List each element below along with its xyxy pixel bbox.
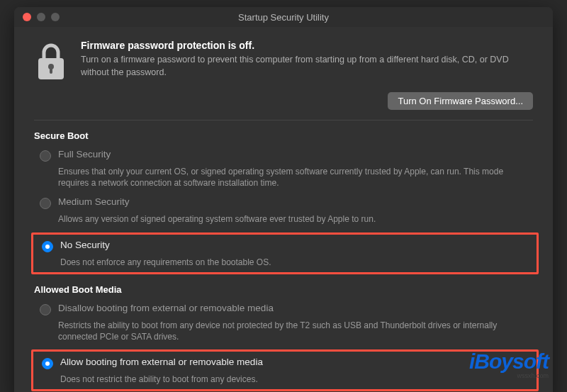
watermark-brand: iBoysoft	[469, 349, 549, 374]
radio-disallow-external[interactable]: Disallow booting from external or remova…	[34, 301, 533, 320]
highlight-no-security: No Security Does not enforce any require…	[31, 233, 539, 274]
minimize-icon	[37, 13, 45, 21]
radio-allow-external[interactable]: Allow booting from external or removable…	[36, 354, 531, 374]
firmware-section: Firmware password protection is off. Tur…	[34, 40, 533, 92]
boot-media-title: Allowed Boot Media	[34, 284, 533, 295]
radio-icon	[42, 241, 53, 252]
window-title: Startup Security Utility	[21, 12, 546, 23]
window-controls	[23, 13, 60, 21]
svg-rect-2	[50, 68, 52, 74]
radio-desc: Does not enforce any requirements on the…	[36, 257, 531, 269]
radio-full-security[interactable]: Full Security	[34, 147, 533, 166]
radio-desc: Allows any version of signed operating s…	[34, 213, 533, 230]
radio-desc: Ensures that only your current OS, or si…	[34, 166, 533, 194]
radio-label: Allow booting from external or removable…	[60, 357, 263, 367]
lock-icon	[34, 41, 68, 82]
turn-on-firmware-button[interactable]: Turn On Firmware Password...	[388, 92, 533, 110]
radio-desc: Does not restrict the ability to boot fr…	[36, 374, 531, 386]
radio-no-security[interactable]: No Security	[36, 237, 531, 257]
close-icon[interactable]	[23, 13, 31, 21]
watermark: iBoysoft wssxh.com	[469, 349, 549, 379]
radio-icon	[40, 198, 51, 209]
radio-icon	[42, 358, 53, 369]
titlebar: Startup Security Utility	[14, 7, 553, 27]
radio-label: Medium Security	[58, 196, 130, 207]
radio-medium-security[interactable]: Medium Security	[34, 194, 533, 213]
radio-icon	[40, 150, 51, 162]
secure-boot-title: Secure Boot	[34, 130, 533, 141]
radio-label: No Security	[60, 240, 110, 250]
maximize-icon	[51, 13, 60, 21]
radio-label: Full Security	[58, 149, 111, 159]
firmware-desc: Turn on a firmware password to prevent t…	[81, 54, 533, 79]
radio-icon	[40, 304, 51, 315]
highlight-allow-external: Allow booting from external or removable…	[31, 349, 539, 391]
startup-security-window: Startup Security Utility Firmware passwo…	[14, 7, 553, 392]
radio-desc: Restricts the ability to boot from any d…	[34, 320, 533, 348]
firmware-heading: Firmware password protection is off.	[81, 40, 533, 51]
divider	[34, 120, 533, 121]
radio-label: Disallow booting from external or remova…	[58, 303, 274, 313]
